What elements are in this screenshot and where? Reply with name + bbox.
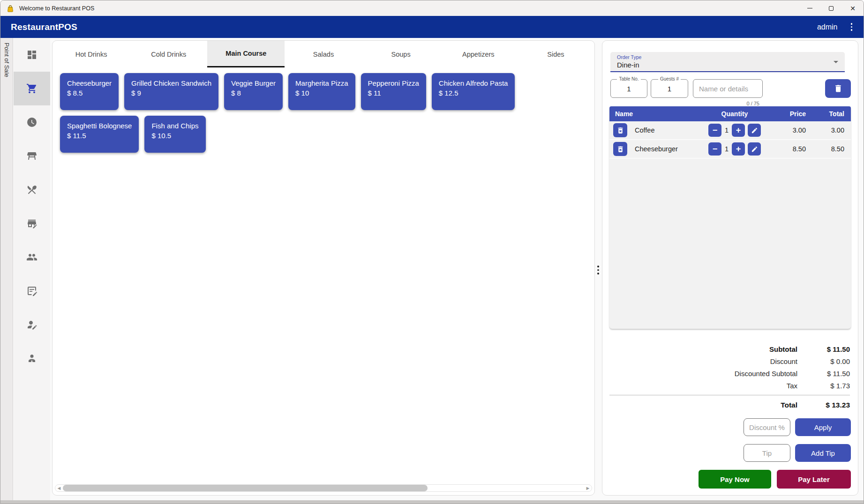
grand-total-value: $ 13.23 [797, 401, 850, 409]
order-rows: Coffee−1+3.003.00Cheeseburger−1+8.508.50 [609, 121, 851, 159]
menu-item-name: Spaghetti Bolognese [67, 121, 132, 131]
category-tabs: Hot DrinksCold DrinksMain CourseSaladsSo… [53, 41, 594, 67]
minimize-icon [807, 8, 812, 8]
order-type-label: Order Type [617, 54, 641, 60]
pay-later-button[interactable]: Pay Later [777, 470, 851, 489]
tip-input[interactable] [744, 444, 790, 462]
pay-row: Pay Now Pay Later [699, 470, 851, 489]
sidebar-item-dashboard[interactable] [14, 38, 50, 72]
remove-item-button[interactable] [613, 142, 627, 156]
sidebar-item-pos[interactable] [14, 72, 50, 105]
table-no-input[interactable] [611, 80, 647, 97]
menu-item-card[interactable]: Pepperoni Pizza$ 11 [361, 73, 426, 110]
tab-hot-drinks[interactable]: Hot Drinks [53, 41, 130, 67]
menu-item-name: Veggie Burger [231, 78, 276, 88]
qty-value: 1 [724, 126, 729, 134]
tab-cold-drinks[interactable]: Cold Drinks [130, 41, 207, 67]
order-items-table: Name Quantity Price Total Coffee−1+3.003… [609, 106, 851, 329]
edit-pencil-icon [751, 127, 758, 134]
qty-decrease-button[interactable]: − [708, 142, 721, 156]
scroll-right-arrow-icon[interactable]: ► [584, 485, 592, 491]
totals-label: Subtotal [609, 345, 797, 353]
minimize-button[interactable] [799, 0, 820, 16]
menu-item-card[interactable]: Fish and Chips$ 10.5 [144, 116, 205, 153]
dashboard-icon [26, 49, 38, 60]
sidebar-item-tables[interactable] [14, 139, 50, 173]
discount-row: Apply [744, 418, 851, 436]
sidebar-item-staff[interactable] [14, 308, 50, 341]
menu-item-price: $ 10.5 [151, 131, 198, 141]
sidebar-item-menu[interactable] [14, 173, 50, 207]
details-field[interactable] [693, 79, 763, 98]
menu-item-card[interactable]: Veggie Burger$ 8 [224, 73, 283, 110]
clear-order-button[interactable] [825, 79, 851, 98]
menu-item-price: $ 10 [295, 88, 348, 98]
app-window: Welcome to Restaurant POS ✕ RestaurantPO… [0, 0, 864, 504]
menu-item-card[interactable]: Grilled Chicken Sandwich$ 9 [124, 73, 218, 110]
guests-field[interactable]: Guests # [651, 79, 688, 98]
menu-item-card[interactable]: Spaghetti Bolognese$ 11.5 [60, 116, 139, 153]
scrollbar-thumb[interactable] [63, 485, 428, 491]
grand-total-row: Total $ 13.23 [609, 398, 850, 412]
totals-row: Subtotal$ 11.50 [609, 343, 850, 355]
totals-value: $ 1.73 [797, 382, 850, 390]
scrollbar-track[interactable] [63, 485, 584, 491]
panel-resize-handle[interactable] [597, 266, 599, 274]
sidebar-item-notes[interactable] [14, 274, 50, 308]
maximize-button[interactable] [820, 0, 842, 16]
user-menu[interactable]: admin [817, 23, 838, 31]
sidebar-item-customers[interactable] [14, 240, 50, 274]
totals-row: Tax$ 1.73 [609, 379, 850, 392]
qty-decrease-button[interactable]: − [708, 124, 721, 137]
note-edit-icon [26, 285, 38, 296]
table-no-label: Table No. [617, 76, 640, 82]
window-title: Welcome to Restaurant POS [19, 5, 94, 12]
manager-icon [26, 353, 38, 364]
pay-now-button[interactable]: Pay Now [699, 470, 771, 489]
menu-item-name: Chicken Alfredo Pasta [439, 78, 508, 88]
kebab-menu-icon[interactable] [848, 21, 856, 33]
tab-salads[interactable]: Salads [285, 41, 362, 67]
module-rail: Point of Sale [0, 38, 13, 501]
details-input[interactable] [693, 80, 762, 97]
totals-block: Subtotal$ 11.50Discount$ 0.00Discounted … [609, 343, 850, 412]
menu-item-name: Grilled Chicken Sandwich [131, 78, 211, 88]
guests-input[interactable] [651, 80, 688, 97]
order-type-select[interactable]: Order Type Dine-in [610, 52, 845, 72]
menu-item-card[interactable]: Margherita Pizza$ 10 [288, 73, 355, 110]
chevron-down-icon [834, 61, 838, 63]
order-item-total: 3.00 [810, 126, 851, 134]
remove-item-button[interactable] [613, 123, 627, 137]
people-icon [26, 252, 38, 263]
apply-discount-button[interactable]: Apply [795, 418, 851, 436]
menu-item-card[interactable]: Chicken Alfredo Pasta$ 12.5 [432, 73, 515, 110]
scroll-left-arrow-icon[interactable]: ◄ [55, 485, 63, 491]
table-no-field[interactable]: Table No. [610, 79, 647, 98]
tab-main-course[interactable]: Main Course [207, 41, 285, 67]
order-row: Coffee−1+3.003.00 [609, 121, 851, 140]
sidebar-nav [14, 38, 50, 501]
tab-sides[interactable]: Sides [517, 41, 594, 67]
horizontal-scrollbar[interactable]: ◄ ► [55, 484, 592, 492]
order-type-value: Dine-in [617, 61, 639, 69]
add-tip-button[interactable]: Add Tip [795, 444, 851, 462]
qty-increase-button[interactable]: + [732, 142, 745, 156]
discount-input[interactable] [744, 418, 790, 436]
close-button[interactable]: ✕ [842, 0, 864, 16]
edit-item-button[interactable] [748, 124, 761, 137]
menu-items-grid: Cheeseburger$ 8.5Grilled Chicken Sandwic… [53, 67, 594, 158]
menu-item-price: $ 8.5 [67, 88, 112, 98]
sidebar-item-history[interactable] [14, 105, 50, 139]
qty-value: 1 [724, 145, 729, 153]
tab-soups[interactable]: Soups [362, 41, 440, 67]
tab-appetizers[interactable]: Appetizers [440, 41, 517, 67]
sidebar-item-admin[interactable] [14, 341, 50, 375]
sidebar-item-store[interactable] [14, 207, 50, 240]
order-item-price: 3.00 [770, 126, 810, 134]
edit-item-button[interactable] [748, 142, 761, 156]
menu-item-card[interactable]: Cheeseburger$ 8.5 [60, 73, 119, 110]
menu-item-price: $ 8 [231, 88, 276, 98]
totals-label: Discounted Subtotal [609, 370, 797, 378]
qty-increase-button[interactable]: + [732, 124, 745, 137]
trash-icon [834, 84, 843, 93]
